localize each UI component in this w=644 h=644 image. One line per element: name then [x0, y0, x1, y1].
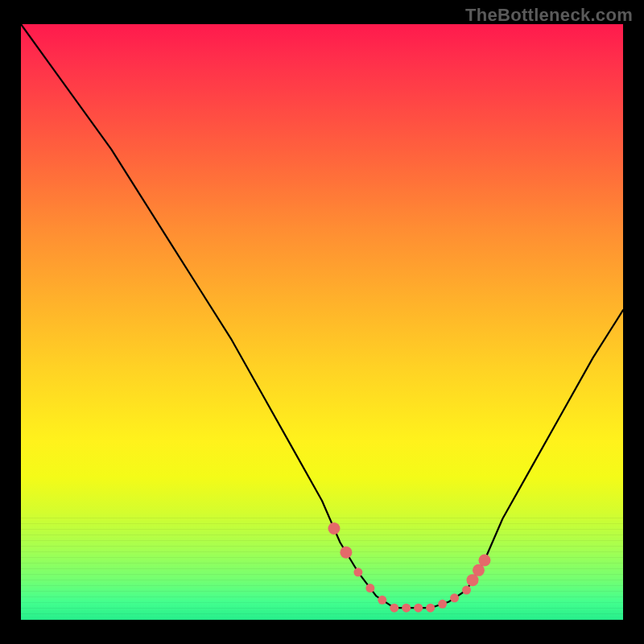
optimal-marker-dot — [438, 600, 447, 609]
curve-svg — [21, 24, 623, 620]
optimal-marker-group — [328, 522, 490, 613]
optimal-marker-dot — [478, 555, 490, 567]
optimal-marker-dot — [365, 584, 374, 592]
optimal-marker-dot — [390, 604, 398, 613]
optimal-marker-dot — [450, 593, 459, 602]
optimal-marker-dot — [378, 596, 386, 605]
optimal-marker-dot — [462, 586, 471, 595]
optimal-marker-dot — [414, 604, 423, 613]
optimal-marker-dot — [328, 522, 340, 535]
optimal-marker-dot — [402, 604, 411, 613]
optimal-marker-dot — [426, 604, 435, 613]
bottleneck-curve — [21, 24, 623, 608]
optimal-marker-dot — [340, 547, 352, 559]
optimal-marker-dot — [353, 568, 362, 576]
chart-frame: TheBottleneck.com — [0, 0, 644, 644]
watermark-text: TheBottleneck.com — [465, 5, 633, 26]
plot-area — [21, 24, 623, 620]
